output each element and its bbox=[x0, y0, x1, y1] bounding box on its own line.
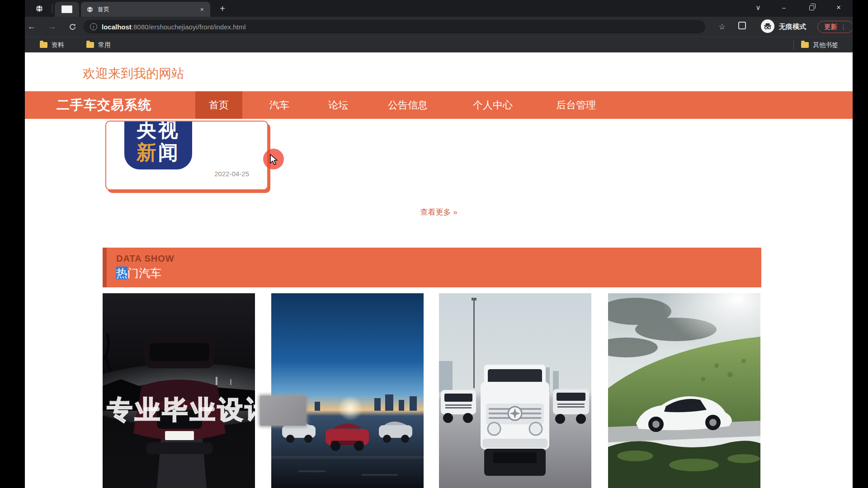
address-bar[interactable]: i localhost:8080/ershouchejiaoyi/front/i… bbox=[84, 20, 705, 33]
car-photo bbox=[608, 293, 760, 488]
pinned-tab[interactable] bbox=[28, 0, 50, 17]
banner-kicker: DATA SHOW bbox=[116, 253, 175, 264]
selected-text: 热 bbox=[116, 267, 127, 279]
browser-window: 首页 × + ∨ − × ← → i localhost:8080/ershou… bbox=[25, 0, 853, 488]
globe-icon bbox=[86, 6, 94, 13]
browser-toolbar: ← → i localhost:8080/ershouchejiaoyi/fro… bbox=[25, 17, 853, 37]
restore-button[interactable] bbox=[802, 0, 821, 15]
folder-icon bbox=[86, 42, 94, 48]
car-photo bbox=[439, 293, 591, 488]
bookmark-label: 常用 bbox=[98, 41, 111, 49]
reload-button[interactable] bbox=[66, 20, 79, 33]
logo-line-2: 新闻 bbox=[137, 141, 180, 163]
tab-strip: 首页 × + ∨ − × bbox=[25, 0, 853, 17]
reload-icon bbox=[69, 23, 76, 31]
site-brand[interactable]: 二手车交易系统 bbox=[57, 91, 151, 119]
forward-button[interactable]: → bbox=[45, 20, 59, 33]
nav-item-home[interactable]: 首页 bbox=[195, 91, 242, 119]
bookmarks-divider bbox=[793, 41, 794, 49]
url-host: localhost bbox=[102, 23, 132, 31]
page-viewport: 欢迎来到我的网站 二手车交易系统 首页 汽车 论坛 公告信息 个人中心 后台管理 bbox=[25, 52, 853, 488]
close-window-button[interactable]: × bbox=[829, 0, 849, 15]
nav-item-forum[interactable]: 论坛 bbox=[315, 91, 362, 119]
bookmark-label: 资料 bbox=[52, 41, 64, 49]
other-bookmarks[interactable]: 其他书签 bbox=[801, 40, 838, 50]
page-info-icon[interactable]: i bbox=[90, 23, 97, 30]
car-card-city-sunset[interactable] bbox=[271, 293, 424, 488]
secondary-tab[interactable] bbox=[55, 2, 79, 17]
bookmark-star-button[interactable]: ☆ bbox=[715, 20, 729, 33]
logo-line-1: 央视 bbox=[137, 121, 180, 141]
update-button[interactable]: 更新 ⋮ bbox=[817, 21, 853, 33]
cursor-arrow-icon bbox=[269, 154, 279, 166]
tab-divider bbox=[52, 4, 52, 13]
tab-title: 首页 bbox=[98, 5, 198, 14]
url-path: :8080/ershouchejiaoyi/front/index.html bbox=[132, 23, 246, 31]
car-photo bbox=[103, 293, 255, 488]
bookmark-folder-ziliao[interactable]: 资料 bbox=[40, 40, 64, 50]
minimize-button[interactable]: − bbox=[774, 0, 794, 15]
hot-cars-banner: DATA SHOW 热门汽车 bbox=[103, 248, 761, 287]
car-card-i8-country-road[interactable] bbox=[608, 293, 760, 488]
screenshot-root: 首页 × + ∨ − × ← → i localhost:8080/ershou… bbox=[0, 0, 868, 488]
globe-icon bbox=[35, 5, 43, 13]
active-tab[interactable]: 首页 × bbox=[81, 2, 210, 17]
cctv-news-logo: 央视 新闻 bbox=[124, 121, 192, 169]
tab-close-icon[interactable]: × bbox=[198, 5, 206, 14]
welcome-text: 欢迎来到我的网站 bbox=[83, 65, 184, 82]
car-card-gclass-lot[interactable] bbox=[439, 293, 591, 488]
folder-icon bbox=[801, 42, 809, 48]
watermark-text: 专业毕业设计 bbox=[107, 393, 273, 427]
nav-item-announcements[interactable]: 公告信息 bbox=[374, 91, 441, 119]
news-date: 2022-04-25 bbox=[214, 170, 249, 178]
car-photo bbox=[271, 293, 424, 488]
back-button[interactable]: ← bbox=[25, 20, 38, 33]
other-bookmarks-label: 其他书签 bbox=[813, 41, 838, 49]
window-chevron-button[interactable]: ∨ bbox=[748, 0, 768, 15]
url-text: localhost:8080/ershouchejiaoyi/front/ind… bbox=[102, 23, 246, 31]
incognito-icon bbox=[764, 23, 772, 29]
nav-item-cars[interactable]: 汽车 bbox=[256, 91, 303, 119]
nav-item-admin[interactable]: 后台管理 bbox=[542, 91, 609, 119]
update-label: 更新 bbox=[825, 23, 837, 31]
side-panel-icon[interactable] bbox=[738, 22, 746, 29]
banner-title: 热门汽车 bbox=[116, 266, 161, 281]
nav-item-personal-center[interactable]: 个人中心 bbox=[459, 91, 526, 119]
folder-icon bbox=[40, 42, 47, 48]
blank-page-icon bbox=[61, 5, 72, 13]
new-tab-button[interactable]: + bbox=[217, 3, 228, 14]
bookmarks-bar: 资料 常用 其他书签 bbox=[25, 37, 853, 52]
news-card[interactable]: 央视 新闻 2022-04-25 bbox=[105, 121, 268, 190]
car-card-dark-red-suv-night[interactable] bbox=[103, 293, 255, 488]
bookmark-folder-changyong[interactable]: 常用 bbox=[86, 40, 111, 50]
incognito-avatar[interactable] bbox=[761, 19, 774, 33]
menu-dots-icon[interactable]: ⋮ bbox=[840, 23, 847, 31]
restore-icon bbox=[809, 5, 814, 10]
view-more-link[interactable]: 查看更多 » bbox=[25, 207, 853, 217]
site-navbar: 二手车交易系统 首页 汽车 论坛 公告信息 个人中心 后台管理 bbox=[25, 91, 853, 119]
blur-censor-box bbox=[260, 396, 306, 426]
incognito-mode-label: 无痕模式 bbox=[779, 23, 806, 31]
